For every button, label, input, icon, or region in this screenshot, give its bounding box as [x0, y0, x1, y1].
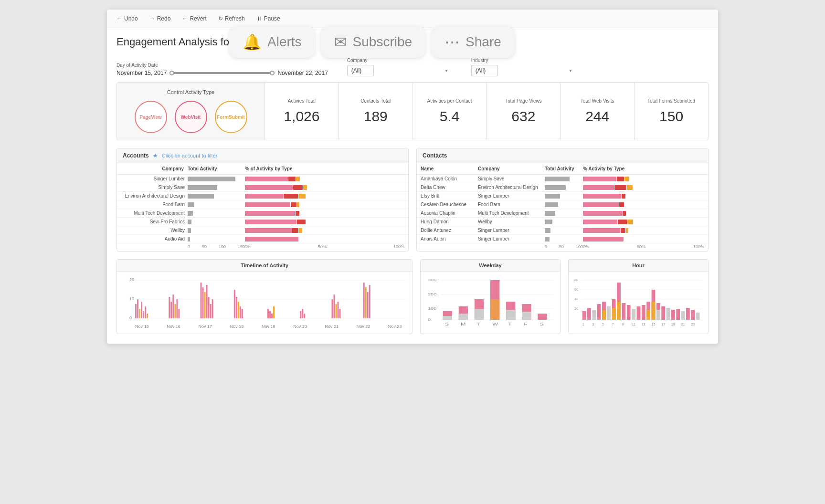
- svg-rect-28: [238, 302, 239, 318]
- undo-button[interactable]: ← Undo: [115, 14, 140, 23]
- bottom-charts: Timeline of Activity 20 10 0: [116, 259, 709, 334]
- accounts-panel: Accounts ★ Click an account to filter Co…: [116, 148, 409, 252]
- svg-rect-14: [170, 302, 172, 318]
- svg-text:19: 19: [671, 322, 675, 327]
- kpi-activities-per-contact: Activities per Contact 5.4: [413, 83, 487, 140]
- industry-select[interactable]: (All): [471, 65, 498, 76]
- kpi-total-forms-submitted: Total Forms Submitted 150: [635, 83, 708, 140]
- pause-button[interactable]: ⏸ Pause: [254, 14, 282, 23]
- svg-text:15: 15: [652, 322, 656, 327]
- table-row[interactable]: Hung Damon Wellby: [417, 218, 708, 226]
- svg-rect-118: [676, 309, 680, 320]
- slider-handle-left[interactable]: [169, 71, 174, 75]
- revert-button[interactable]: ← Revert: [180, 14, 208, 23]
- alerts-button[interactable]: 🔔 Alerts: [229, 26, 315, 58]
- svg-rect-116: [666, 308, 670, 320]
- formsubmit-circle[interactable]: FormSubmit: [215, 101, 247, 133]
- table-row[interactable]: Dollie Antunez Singer Lumber: [417, 226, 708, 235]
- svg-rect-119: [681, 311, 685, 320]
- contacts-header: Contacts: [417, 148, 708, 163]
- svg-text:21: 21: [681, 322, 685, 327]
- filter-bar: Day of Activity Date November 15, 2017 N…: [107, 54, 718, 82]
- kpi-activities-total: Activies Total 1,026: [265, 83, 339, 140]
- svg-text:F: F: [524, 322, 528, 326]
- svg-rect-9: [141, 302, 142, 318]
- table-row[interactable]: Environ Architectural Design: [117, 192, 408, 200]
- kpi-contacts-total: Contacts Total 189: [339, 83, 413, 140]
- svg-rect-45: [367, 292, 369, 318]
- table-row[interactable]: Ausonia Chaplin Multi Tech Development: [417, 209, 708, 218]
- table-row[interactable]: Elsy Britt Singer Lumber: [417, 192, 708, 200]
- slider-handle-right[interactable]: [270, 71, 275, 75]
- svg-rect-73: [506, 310, 515, 320]
- pause-icon: ⏸: [256, 15, 262, 22]
- company-filter: Company (All): [347, 58, 452, 76]
- svg-rect-41: [338, 302, 339, 318]
- weekday-panel: Weekday 300 200 100 0: [420, 259, 561, 334]
- redo-button[interactable]: → Redo: [148, 14, 173, 23]
- subscribe-button[interactable]: ✉ Subscribe: [321, 26, 426, 58]
- table-row[interactable]: Audio Aid: [117, 235, 408, 243]
- table-row[interactable]: Delta Chew Environ Architectural Design: [417, 183, 708, 192]
- webvisit-circle[interactable]: WebVisit: [175, 101, 207, 133]
- dashboard-container: ← Undo → Redo ← Revert ↻ Refresh ⏸ Pause…: [107, 10, 718, 344]
- pageview-circle[interactable]: PageView: [135, 101, 167, 133]
- table-row[interactable]: Food Barn: [117, 200, 408, 209]
- svg-text:0: 0: [428, 317, 431, 322]
- svg-rect-6: [135, 304, 137, 318]
- svg-rect-40: [335, 304, 337, 318]
- share-icon: ⋯: [444, 33, 460, 51]
- svg-text:40: 40: [574, 297, 578, 302]
- hour-chart: 80 60 40 20: [569, 272, 708, 334]
- svg-rect-110: [646, 310, 650, 320]
- svg-rect-8: [139, 309, 140, 318]
- svg-rect-18: [178, 309, 180, 318]
- svg-text:Nov 18: Nov 18: [230, 324, 244, 329]
- date-range-slider[interactable]: [169, 72, 275, 74]
- svg-rect-67: [459, 314, 468, 320]
- svg-rect-22: [206, 285, 208, 318]
- svg-rect-65: [443, 316, 452, 320]
- accounts-axis: 0 50 100 150 0% 50% 100%: [117, 243, 408, 251]
- table-row[interactable]: Singer Lumber: [117, 175, 408, 183]
- share-button[interactable]: ⋯ Share: [431, 26, 515, 58]
- industry-filter: Industry (All): [471, 58, 576, 76]
- table-row[interactable]: Multi Tech Development: [117, 209, 408, 218]
- svg-rect-112: [652, 302, 656, 320]
- svg-text:200: 200: [428, 292, 436, 296]
- table-row[interactable]: Cesáreo Beauchesne Food Barn: [417, 200, 708, 209]
- svg-rect-71: [490, 299, 499, 320]
- svg-text:1: 1: [582, 322, 584, 327]
- svg-rect-36: [302, 309, 303, 318]
- svg-rect-114: [656, 310, 660, 320]
- svg-text:300: 300: [428, 278, 436, 282]
- svg-rect-33: [271, 314, 273, 318]
- svg-text:9: 9: [622, 322, 624, 327]
- table-row[interactable]: Simply Save: [117, 183, 408, 192]
- refresh-icon: ↻: [218, 15, 223, 22]
- svg-rect-122: [696, 313, 700, 320]
- table-row[interactable]: Anais Aubin Singer Lumber: [417, 235, 708, 243]
- svg-rect-32: [269, 311, 271, 318]
- contacts-panel: Contacts Name Company Total Activity % A…: [416, 148, 709, 252]
- company-select[interactable]: (All): [347, 65, 374, 76]
- table-row[interactable]: Amankaya Colón Simply Save: [417, 175, 708, 183]
- svg-text:Nov 22: Nov 22: [357, 324, 370, 329]
- svg-rect-96: [597, 304, 601, 320]
- table-row[interactable]: Wellby: [117, 226, 408, 235]
- svg-rect-19: [201, 283, 202, 318]
- table-row[interactable]: Sew-Fro Fabrics: [117, 218, 408, 226]
- svg-rect-46: [369, 285, 370, 318]
- svg-text:13: 13: [642, 322, 645, 327]
- star-icon: ★: [153, 152, 158, 159]
- svg-text:3: 3: [592, 322, 594, 327]
- refresh-button[interactable]: ↻ Refresh: [216, 14, 247, 23]
- timeline-panel: Timeline of Activity 20 10 0: [116, 259, 412, 334]
- svg-rect-93: [582, 311, 586, 320]
- svg-text:7: 7: [612, 322, 614, 327]
- svg-text:M: M: [461, 322, 465, 326]
- svg-rect-26: [234, 290, 235, 318]
- mail-icon: ✉: [334, 33, 347, 51]
- svg-text:60: 60: [574, 287, 578, 292]
- svg-rect-117: [671, 310, 675, 320]
